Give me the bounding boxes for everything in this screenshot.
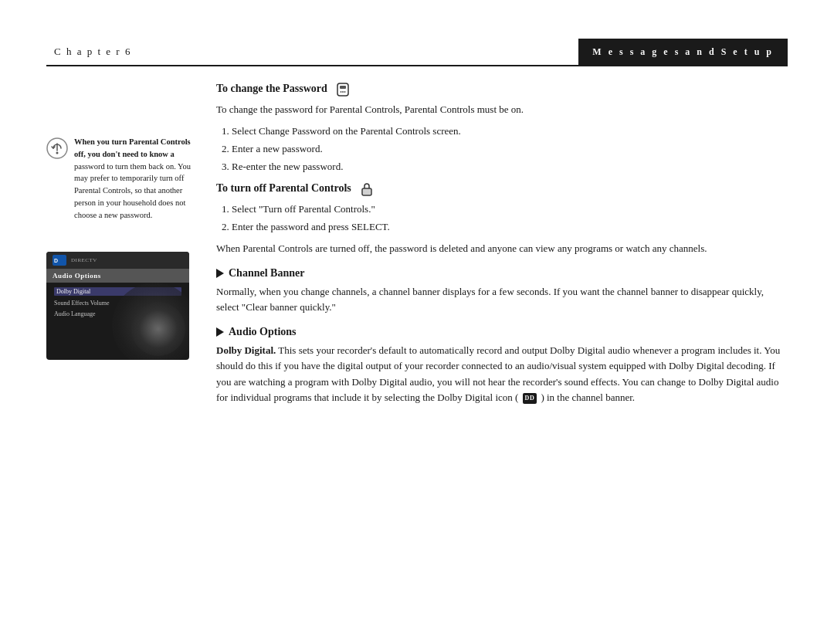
channel-banner-para: Normally, when you change channels, a ch…	[216, 284, 788, 315]
svg-point-8	[342, 91, 344, 93]
content-body: To change the Password To change the pas…	[216, 74, 788, 412]
turn-off-para: When Parental Controls are turned off, t…	[216, 241, 788, 256]
dolby-badge: DD	[523, 393, 537, 404]
screen-image: D DIRECTV Audio Options Dolby Digital So…	[46, 252, 189, 360]
audio-options-heading: Audio Options	[216, 326, 788, 338]
svg-rect-5	[337, 83, 348, 96]
change-password-intro: To change the password for Parental Cont…	[216, 102, 788, 117]
svg-point-7	[341, 91, 342, 93]
header-bar: C h a p t e r 6 M e s s a g e s a n d S …	[46, 39, 788, 66]
turn-off-step-1: Select "Turn off Parental Controls."	[232, 202, 788, 217]
note-text-normal: password to turn them back on. You may p…	[74, 162, 191, 219]
turn-off-heading: To turn off Parental Controls	[216, 181, 788, 197]
header-title: M e s s a g e s a n d S e t u p	[578, 39, 788, 65]
channel-banner-section: Channel Banner Normally, when you change…	[216, 267, 788, 315]
change-password-step-2: Enter a new password.	[232, 141, 788, 157]
arrow-icon-2	[216, 327, 224, 337]
change-password-steps: Select Change Password on the Parental C…	[232, 124, 788, 175]
audio-options-para: Dolby Digital. This sets your recorder's…	[216, 343, 788, 405]
remote-icon	[335, 82, 351, 97]
svg-point-1	[56, 152, 59, 154]
sidebar: When you turn Parental Controls off, you…	[46, 74, 201, 412]
svg-point-9	[344, 91, 346, 93]
sidebar-note: When you turn Parental Controls off, you…	[46, 136, 201, 221]
svg-text:D: D	[54, 258, 58, 263]
change-password-step-1: Select Change Password on the Parental C…	[232, 124, 788, 139]
audio-options-section: Audio Options Dolby Digital. This sets y…	[216, 326, 788, 405]
channel-banner-heading: Channel Banner	[216, 267, 788, 280]
note-text-bold: When you turn Parental Controls off, you…	[74, 137, 191, 158]
turn-off-steps: Select "Turn off Parental Controls." Ent…	[232, 202, 788, 235]
change-password-step-3: Re-enter the new password.	[232, 159, 788, 175]
screen-top-bar: D DIRECTV	[46, 252, 189, 269]
directv-logo-icon: D	[53, 255, 66, 266]
change-password-heading: To change the Password	[216, 82, 788, 97]
screen-title-bar: Audio Options	[46, 269, 189, 283]
page: C h a p t e r 6 M e s s a g e s a n d S …	[0, 39, 834, 644]
note-text: When you turn Parental Controls off, you…	[74, 136, 201, 221]
chapter-label: C h a p t e r 6	[46, 39, 578, 65]
turn-off-step-2: Enter the password and press SELECT.	[232, 219, 788, 235]
main-content: When you turn Parental Controls off, you…	[46, 74, 788, 412]
audio-options-heading-text: Audio Options	[229, 326, 297, 338]
dolby-digital-label: Dolby Digital.	[216, 344, 276, 356]
turn-off-heading-text: To turn off Parental Controls	[216, 181, 375, 197]
svg-rect-6	[340, 86, 346, 89]
channel-banner-heading-text: Channel Banner	[229, 267, 304, 280]
change-password-heading-text: To change the Password	[216, 82, 351, 97]
svg-rect-11	[362, 188, 371, 195]
arrow-icon	[216, 269, 224, 278]
lock-icon	[359, 181, 375, 197]
note-icon	[46, 137, 68, 159]
screen-title-text: Audio Options	[53, 272, 101, 280]
screen-logo-text: DIRECTV	[71, 257, 97, 263]
